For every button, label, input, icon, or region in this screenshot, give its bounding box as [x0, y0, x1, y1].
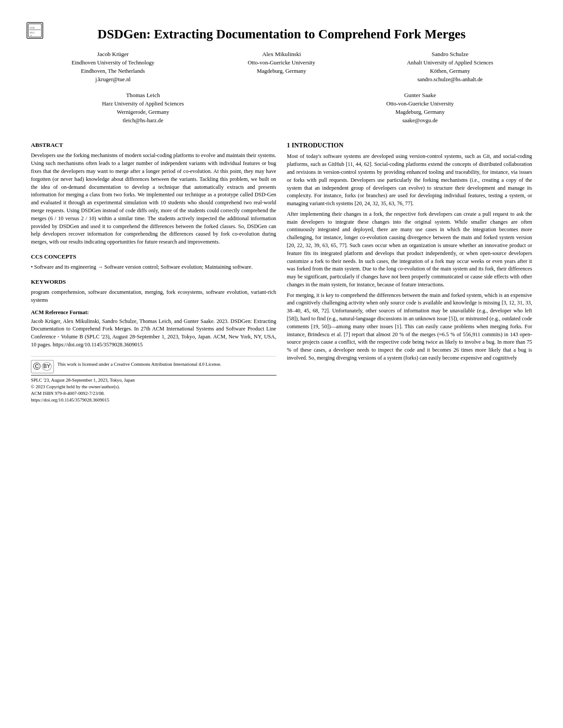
abstract-text: Developers use the forking mechanisms of…: [31, 152, 276, 246]
authors-row-2: Thomas Leich Harz University of Applied …: [31, 91, 532, 125]
main-content: ABSTRACT Developers use the forking mech…: [31, 135, 532, 404]
cc-icon-row: Ⓒ BY This work is licensed under a Creat…: [31, 360, 276, 373]
author-1: Jacob Krüger Eindhoven University of Tec…: [31, 50, 195, 84]
acm-ref-text: Jacob Krüger, Alex Mikulinski, Sandro Sc…: [31, 318, 276, 349]
ccs-text: • Software and its engineering → Softwar…: [31, 263, 276, 271]
intro-paragraph-2: After implementing their changes in a fo…: [287, 210, 533, 289]
page: ACM SPLC '23 DSDGen: Extracting Document…: [31, 26, 532, 404]
cc-license-text: This work is licensed under a Creative C…: [57, 360, 221, 368]
cc-conf-line2: © 2023 Copyright held by the owner/autho…: [31, 384, 276, 390]
svg-text:SPLC: SPLC: [30, 32, 35, 34]
keywords-text: program comprehension, software document…: [31, 289, 276, 304]
cc-icons: Ⓒ BY: [31, 360, 54, 373]
svg-rect-2: [29, 30, 41, 30]
authors-row-1: Jacob Krüger Eindhoven University of Tec…: [31, 50, 532, 84]
cc-by-icon: BY: [42, 362, 52, 371]
cc-divider: [31, 375, 276, 375]
author-4: Thomas Leich Harz University of Applied …: [31, 91, 255, 125]
keywords-heading: KEYWORDS: [31, 278, 276, 286]
cc-license-block: Ⓒ BY This work is licensed under a Creat…: [31, 356, 276, 404]
cc-conf-line1: SPLC '23, August 28-September 1, 2023, T…: [31, 377, 276, 384]
left-column: ABSTRACT Developers use the forking mech…: [31, 135, 276, 404]
svg-text:ACM: ACM: [30, 26, 34, 29]
author-5: Gunter Saake Otto-von-Guericke Universit…: [308, 91, 533, 125]
paper-title: DSDGen: Extracting Documentation to Comp…: [31, 26, 532, 42]
right-column: 1 INTRODUCTION Most of today's software …: [287, 135, 533, 404]
abstract-heading: ABSTRACT: [31, 141, 276, 149]
acm-ref-heading: ACM Reference Format:: [31, 309, 276, 317]
author-2: Alex Mikulinski Otto-von-Guericke Univer…: [200, 50, 364, 84]
cc-icon: Ⓒ: [33, 361, 41, 372]
conference-logo: ACM SPLC '23: [26, 22, 43, 39]
author-3: Sandro Schulze Anhalt University of Appl…: [368, 50, 532, 84]
cc-conf-line4: https://doi.org/10.1145/3579028.3609015: [31, 397, 276, 404]
intro-paragraph-3: For merging, it is key to comprehend the…: [287, 292, 533, 362]
intro-heading: 1 INTRODUCTION: [287, 141, 533, 150]
ccs-heading: CCS CONCEPTS: [31, 252, 276, 261]
cc-conf-line3: ACM ISBN 979-8-4007-0092-7/23/08.: [31, 390, 276, 397]
intro-paragraph-1: Most of today's software systems are dev…: [287, 153, 533, 207]
svg-text:'23: '23: [30, 34, 32, 37]
